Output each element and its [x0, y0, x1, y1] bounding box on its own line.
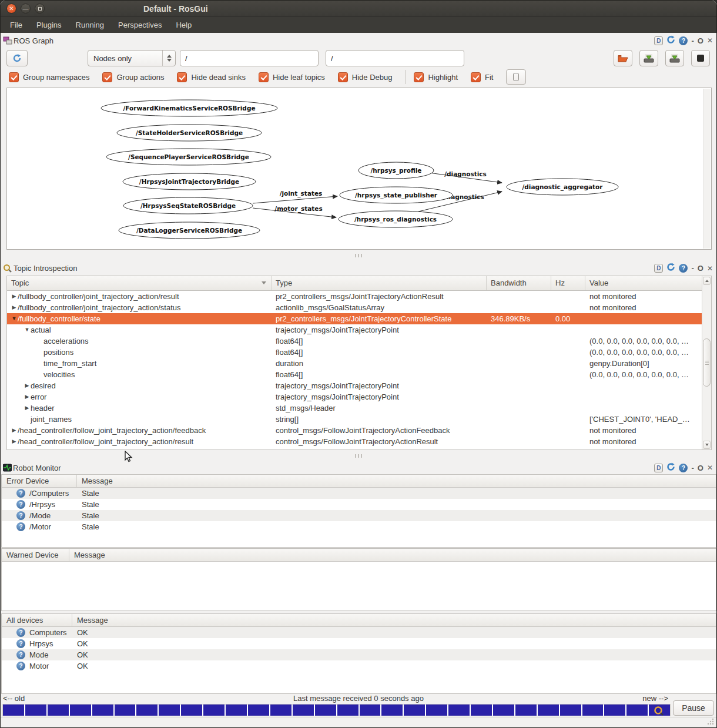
column-header-topic[interactable]: Topic — [7, 276, 272, 290]
graph-node[interactable]: /HrpsysJointTrajectoryBridge — [123, 173, 256, 190]
timeline-segment[interactable] — [270, 704, 292, 716]
graph-vertical-scrollbar[interactable] — [703, 89, 711, 249]
stop-button[interactable] — [691, 50, 710, 66]
fit-in-view-button[interactable] — [506, 69, 526, 85]
topic-row[interactable]: ▶/head_controller/follow_joint_trajector… — [7, 425, 702, 436]
dock-icon[interactable]: D — [654, 36, 663, 45]
window-maximize-button[interactable] — [35, 4, 45, 14]
tree-collapsed-icon[interactable]: ▶ — [24, 402, 31, 414]
topic-row[interactable]: ▼actualtrajectory_msgs/JointTrajectoryPo… — [7, 324, 702, 336]
topic-row[interactable]: ▶/fullbody_controller/joint_trajectory_a… — [7, 302, 702, 313]
topic-table-scrollbar[interactable] — [702, 276, 711, 449]
timeline-segment[interactable] — [70, 704, 91, 716]
window-close-button[interactable]: ✕ — [6, 4, 16, 14]
topic-row[interactable]: ▶headerstd_msgs/Header — [7, 402, 702, 414]
checkbox-highlight[interactable]: Highlight — [414, 72, 458, 82]
timeline-segment[interactable] — [25, 704, 46, 716]
topic-row[interactable]: ▼/fullbody_controller/statepr2_controlle… — [7, 313, 702, 324]
device-row[interactable]: ?ComputersOK — [2, 627, 716, 638]
pause-button[interactable]: Pause — [673, 700, 714, 716]
device-row[interactable]: ?/ModeStale — [2, 510, 716, 521]
menu-perspectives[interactable]: Perspectives — [111, 17, 169, 33]
column-header-device[interactable]: All devices — [2, 614, 72, 626]
message-timeline[interactable] — [2, 704, 671, 716]
splitter-graph-topic[interactable] — [1, 250, 716, 261]
timeline-segment[interactable] — [48, 704, 69, 716]
topic-row[interactable]: ▶/head_controller/follow_joint_trajector… — [7, 447, 702, 449]
panel-float-icon[interactable]: O — [698, 37, 703, 45]
topic-row[interactable]: ▶/head_controller/follow_joint_trajector… — [7, 436, 702, 447]
tree-collapsed-icon[interactable]: ▶ — [11, 425, 18, 436]
timeline-segment[interactable] — [626, 704, 648, 716]
device-row[interactable]: ?ModeOK — [2, 649, 716, 660]
checkbox-hide-leaf-topics[interactable]: Hide leaf topics — [259, 72, 325, 82]
namespace-filter-input[interactable] — [180, 50, 319, 66]
timeline-segment[interactable] — [337, 704, 358, 716]
scroll-up-button[interactable] — [703, 277, 711, 285]
column-header-hz[interactable]: Hz — [551, 276, 585, 290]
panel-close-icon[interactable]: ✕ — [707, 37, 713, 44]
column-header-type[interactable]: Type — [272, 276, 487, 290]
topic-row[interactable]: accelerationsfloat64[](0.0, 0.0, 0.0, 0.… — [7, 336, 702, 347]
tree-collapsed-icon[interactable]: ▶ — [11, 291, 18, 302]
tree-collapsed-icon[interactable]: ▶ — [11, 302, 18, 313]
graph-node[interactable]: /DataLoggerServiceROSBridge — [119, 222, 260, 239]
timeline-segment[interactable] — [203, 704, 225, 716]
device-row[interactable]: ?/MotorStale — [2, 521, 716, 532]
graph-node[interactable]: /diagnostic_aggregator — [507, 179, 618, 195]
checkbox-group-actions[interactable]: Group actions — [102, 72, 164, 82]
timeline-segment[interactable] — [448, 704, 470, 716]
topic-row[interactable]: ▶errortrajectory_msgs/JointTrajectoryPoi… — [7, 391, 702, 402]
dock-icon[interactable]: D — [654, 464, 663, 472]
splitter-topic-monitor[interactable] — [1, 450, 716, 461]
reload-plugin-icon[interactable] — [666, 462, 675, 474]
timeline-segment[interactable] — [560, 704, 581, 716]
resize-grip[interactable] — [706, 717, 715, 726]
device-row[interactable]: ?/HrpsysStale — [2, 499, 716, 510]
column-header-value[interactable]: Value — [585, 276, 702, 290]
topic-row[interactable]: velocitiesfloat64[](0.0, 0.0, 0.0, 0.0, … — [7, 369, 702, 380]
reload-plugin-icon[interactable] — [666, 263, 675, 274]
column-header-device[interactable]: Warned Device — [2, 549, 69, 561]
tree-collapsed-icon[interactable]: ▶ — [24, 391, 31, 402]
timeline-segment[interactable] — [181, 704, 202, 716]
topic-row[interactable]: time_from_startdurationgenpy.Duration[0] — [7, 358, 702, 369]
timeline-segment[interactable] — [92, 704, 113, 716]
checkbox-hide-debug[interactable]: Hide Debug — [338, 72, 393, 82]
graph-node[interactable]: /StateHolderServiceROSBridge — [117, 125, 262, 141]
tree-expanded-icon[interactable]: ▼ — [11, 313, 18, 324]
checkbox-hide-dead-sinks[interactable]: Hide dead sinks — [177, 72, 246, 82]
save-image-button[interactable] — [665, 50, 684, 66]
checkbox-fit[interactable]: Fit — [471, 72, 493, 82]
scroll-down-button[interactable] — [703, 441, 711, 449]
timeline-segment[interactable] — [582, 704, 604, 716]
reload-plugin-icon[interactable] — [666, 35, 675, 46]
timeline-segment[interactable] — [293, 704, 314, 716]
load-dot-button[interactable] — [614, 50, 632, 66]
panel-close-icon[interactable]: ✕ — [707, 464, 713, 471]
panel-minimize-icon[interactable]: - — [691, 264, 693, 272]
panel-float-icon[interactable]: O — [698, 464, 703, 472]
graph-node[interactable]: /ForwardKinematicsServiceROSBridge — [101, 100, 277, 116]
menu-plugins[interactable]: Plugins — [29, 17, 69, 33]
menu-file[interactable]: File — [3, 17, 29, 33]
menu-running[interactable]: Running — [69, 17, 111, 33]
panel-minimize-icon[interactable]: - — [691, 37, 693, 45]
timeline-segment[interactable] — [360, 704, 381, 716]
timeline-segment[interactable] — [404, 704, 425, 716]
node-graph-canvas[interactable]: /joint_states/motor_states/diagnostics/d… — [6, 88, 712, 250]
panel-float-icon[interactable]: O — [698, 264, 703, 272]
column-header-bandwidth[interactable]: Bandwidth — [487, 276, 551, 290]
checkbox-group-namespaces[interactable]: Group namespaces — [9, 72, 89, 82]
tree-collapsed-icon[interactable]: ▶ — [11, 447, 18, 449]
device-row[interactable]: ?MotorOK — [2, 660, 716, 672]
graph-node[interactable]: /hrpsys_state_publisher — [340, 187, 453, 203]
tree-expanded-icon[interactable]: ▼ — [24, 324, 31, 336]
tree-collapsed-icon[interactable]: ▶ — [11, 436, 18, 447]
timeline-segment[interactable] — [493, 704, 514, 716]
timeline-segment[interactable] — [3, 704, 24, 716]
timeline-segment[interactable] — [538, 704, 559, 716]
tree-collapsed-icon[interactable]: ▶ — [24, 380, 31, 391]
timeline-segment[interactable] — [136, 704, 158, 716]
topic-row[interactable]: positionsfloat64[](0.0, 0.0, 0.0, 0.0, 0… — [7, 347, 702, 358]
